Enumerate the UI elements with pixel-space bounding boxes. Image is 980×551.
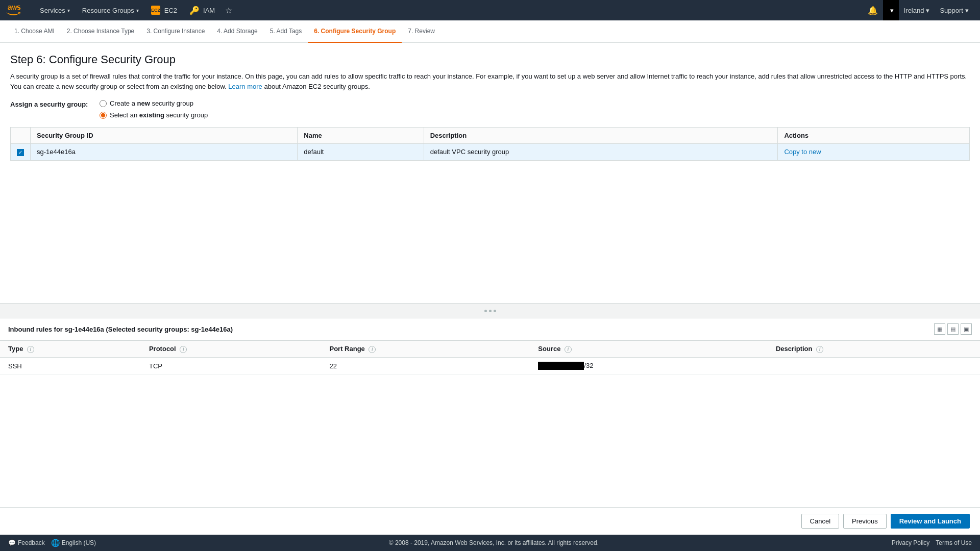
redacted-source-value (538, 362, 584, 370)
aws-logo[interactable] (6, 4, 26, 16)
source-info-icon[interactable]: i (565, 346, 572, 353)
panel-divider (0, 303, 980, 318)
tab-instance-type[interactable]: 2. Choose Instance Type (61, 20, 141, 43)
page-description: A security group is a set of firewall ru… (10, 71, 970, 91)
iam-service-icon: 🔑 (189, 6, 200, 15)
wizard-tabs: 1. Choose AMI 2. Choose Instance Type 3.… (0, 20, 980, 43)
rules-header-protocol: Protocol i (141, 341, 322, 358)
iam-nav-item[interactable]: 🔑 IAM (183, 0, 221, 20)
rule-port-range: 22 (321, 357, 530, 374)
table-header-sg-id: Security Group ID (31, 128, 298, 144)
rules-header-description: Description i (768, 341, 980, 358)
globe-icon: 🌐 (51, 539, 60, 547)
rule-source: /32 (530, 357, 768, 374)
cancel-button[interactable]: Cancel (801, 514, 839, 529)
divider-dot-3 (494, 310, 496, 312)
main-content: Step 6: Configure Security Group A secur… (0, 43, 980, 303)
tab-review[interactable]: 7. Review (402, 20, 441, 43)
feedback-icon: 💬 (8, 539, 16, 546)
copyright-text: © 2008 - 2019, Amazon Web Services, Inc.… (104, 539, 884, 546)
tab-add-tags[interactable]: 5. Add Tags (264, 20, 308, 43)
learn-more-link[interactable]: Learn more (228, 83, 262, 90)
page-title: Step 6: Configure Security Group (10, 53, 970, 66)
terms-of-use-link[interactable]: Terms of Use (936, 539, 972, 546)
ec2-service-icon: EC2 (151, 6, 160, 15)
table-header-checkbox (11, 128, 31, 144)
protocol-info-icon[interactable]: i (180, 346, 187, 353)
radio-select-existing-input[interactable] (100, 112, 107, 119)
radio-select-existing[interactable]: Select an existing security group (100, 111, 208, 119)
bottom-bar: 💬 Feedback 🌐 English (US) © 2008 - 2019,… (0, 535, 980, 551)
rules-header-source: Source i (530, 341, 768, 358)
table-cell-name: default (298, 144, 424, 161)
divider-dot-1 (484, 310, 487, 312)
table-cell-action[interactable]: Copy to new (778, 144, 970, 161)
table-cell-checkbox[interactable]: ✓ (11, 144, 31, 161)
account-chevron-icon: ▾ (890, 7, 894, 14)
table-header-name: Name (298, 128, 424, 144)
page-footer: Cancel Previous Review and Launch (0, 507, 980, 535)
bookmarks-icon[interactable]: ☆ (221, 6, 236, 15)
bottom-left-section: 💬 Feedback 🌐 English (US) (8, 539, 96, 547)
table-cell-sg-id: sg-1e44e16a (31, 144, 298, 161)
privacy-policy-link[interactable]: Privacy Policy (892, 539, 930, 546)
rule-description (768, 357, 980, 374)
description-info-icon[interactable]: i (816, 346, 823, 353)
inbound-view-icons: ▦ ▤ ▣ (934, 323, 972, 335)
tab-add-storage[interactable]: 4. Add Storage (211, 20, 263, 43)
radio-create-new[interactable]: Create a new security group (100, 99, 208, 107)
resource-groups-chevron-icon: ▾ (136, 8, 139, 13)
inbound-rules-header: Inbound rules for sg-1e44e16a (Selected … (0, 318, 980, 340)
type-info-icon[interactable]: i (27, 346, 34, 353)
account-menu[interactable]: ▾ (883, 0, 899, 20)
radio-create-new-input[interactable] (100, 100, 107, 107)
table-row: ✓ sg-1e44e16a default default VPC securi… (11, 144, 970, 161)
tab-choose-ami[interactable]: 1. Choose AMI (8, 20, 61, 43)
inbound-rules-table: Type i Protocol i Port Range i Source i … (0, 340, 980, 374)
ec2-nav-item[interactable]: EC2 EC2 (145, 0, 183, 20)
review-launch-button[interactable]: Review and Launch (891, 514, 970, 529)
services-menu[interactable]: Services ▾ (34, 0, 76, 20)
assign-security-group-section: Assign a security group: Create a new se… (10, 99, 970, 119)
view-icon-3[interactable]: ▣ (961, 323, 972, 335)
rules-header-port-range: Port Range i (321, 341, 530, 358)
inbound-rules-title: Inbound rules for sg-1e44e16a (Selected … (8, 325, 233, 333)
rules-table-row: SSH TCP 22 /32 (0, 357, 980, 374)
rules-header-type: Type i (0, 341, 141, 358)
region-menu[interactable]: Ireland ▾ (899, 0, 935, 20)
divider-dot-2 (489, 310, 492, 312)
tab-security-group[interactable]: 6. Configure Security Group (308, 20, 402, 43)
table-header-description: Description (424, 128, 778, 144)
table-header-actions: Actions (778, 128, 970, 144)
feedback-button[interactable]: 💬 Feedback (8, 539, 45, 546)
copy-to-new-link[interactable]: Copy to new (784, 148, 821, 156)
services-chevron-icon: ▾ (67, 8, 70, 13)
top-nav: Services ▾ Resource Groups ▾ EC2 EC2 🔑 I… (0, 0, 980, 20)
security-group-table: Security Group ID Name Description Actio… (10, 127, 970, 161)
content-spacer (0, 374, 980, 507)
region-chevron-icon: ▾ (926, 7, 929, 14)
support-chevron-icon: ▾ (965, 7, 969, 14)
bottom-links: Privacy Policy Terms of Use (892, 539, 972, 546)
view-icon-2[interactable]: ▤ (947, 323, 959, 335)
resource-groups-menu[interactable]: Resource Groups ▾ (76, 0, 145, 20)
port-range-info-icon[interactable]: i (369, 346, 376, 353)
support-menu[interactable]: Support ▾ (935, 0, 974, 20)
inbound-rules-section: Inbound rules for sg-1e44e16a (Selected … (0, 318, 980, 374)
tab-configure-instance[interactable]: 3. Configure Instance (140, 20, 211, 43)
radio-options: Create a new security group Select an ex… (100, 99, 208, 119)
assign-label: Assign a security group: (10, 99, 100, 108)
table-cell-description: default VPC security group (424, 144, 778, 161)
rule-protocol: TCP (141, 357, 322, 374)
rule-type: SSH (0, 357, 141, 374)
view-icon-1[interactable]: ▦ (934, 323, 945, 335)
checked-checkbox-icon: ✓ (17, 149, 24, 156)
notifications-bell-icon[interactable]: 🔔 (863, 0, 883, 20)
language-selector[interactable]: 🌐 English (US) (51, 539, 96, 547)
previous-button[interactable]: Previous (843, 514, 887, 529)
